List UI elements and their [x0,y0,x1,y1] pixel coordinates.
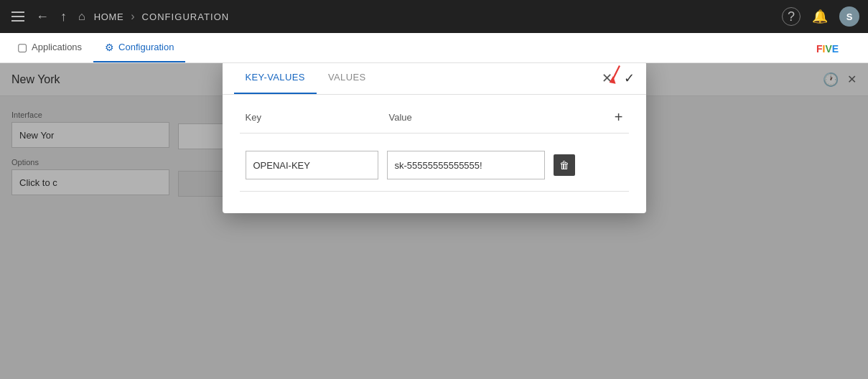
modal-tab-actions: ✕ ✓ [602,70,635,86]
tab-bar: ▢ Applications ⚙ Configuration FIVE [0,33,868,63]
key-column-header: Key [246,112,389,123]
delete-kv-button[interactable]: 🗑 [554,154,575,176]
configuration-tab-label: Configuration [118,42,174,52]
up-icon[interactable]: ↑ [57,6,70,27]
avatar[interactable]: S [839,6,859,27]
modal-dialog: KEY-VALUES VALUES ✕ ✓ Key Value + [223,63,646,213]
svg-rect-2 [11,20,24,22]
top-nav: ← ↑ ⌂ HOME › CONFIGURATION ? 🔔 S [0,0,868,33]
kv-row: 🗑 [240,145,629,192]
breadcrumb-separator: › [131,10,134,23]
home-label[interactable]: HOME [94,11,124,22]
five-logo: FIVE [816,41,859,55]
breadcrumb-text: CONFIGURATION [142,11,230,22]
modal-close-button[interactable]: ✕ [602,70,612,86]
help-icon[interactable]: ? [782,7,801,26]
home-text: HOME [94,11,124,22]
modal-tab-key-values[interactable]: KEY-VALUES [234,63,317,94]
value-column-header: Value [389,112,615,123]
key-input[interactable] [246,151,378,179]
svg-rect-0 [11,11,24,13]
value-input[interactable] [387,151,545,179]
svg-text:FIVE: FIVE [816,43,839,55]
add-kv-button[interactable]: + [615,109,623,126]
menu-icon[interactable] [9,9,27,24]
main-content: New York 🕐 ✕ Interface New Yor ⌄ Options [0,63,868,379]
applications-tab-label: Applications [32,42,82,52]
modal-tab-values[interactable]: VALUES [317,63,378,94]
nav-right: ? 🔔 S [782,6,859,27]
applications-tab-icon: ▢ [17,41,27,54]
svg-rect-1 [11,16,24,17]
notification-icon[interactable]: 🔔 [809,6,831,27]
home-icon[interactable]: ⌂ [75,7,88,26]
configuration-tab-icon: ⚙ [105,42,114,53]
modal-tab-values-label: VALUES [328,72,366,83]
modal-body: Key Value + 🗑 [223,95,646,213]
modal-tab-bar: KEY-VALUES VALUES ✕ ✓ [223,63,646,95]
tab-applications[interactable]: ▢ Applications [6,33,93,62]
modal-confirm-button[interactable]: ✓ [624,70,635,86]
delete-icon: 🗑 [559,159,569,171]
modal-tab-key-values-label: KEY-VALUES [246,72,305,83]
kv-table-header: Key Value + [240,109,629,134]
tab-configuration[interactable]: ⚙ Configuration [93,33,185,62]
back-icon[interactable]: ← [33,6,52,27]
